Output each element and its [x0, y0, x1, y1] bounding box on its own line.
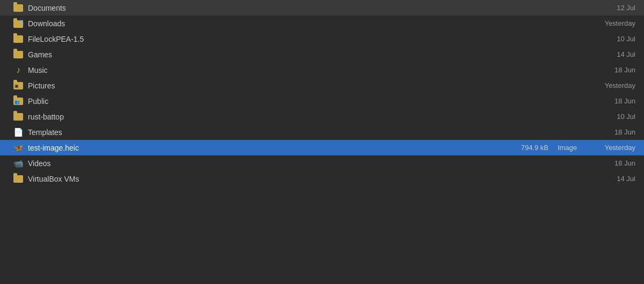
file-date: Yesterday: [586, 81, 640, 89]
file-row[interactable]: ▣ Pictures Yesterday: [0, 78, 644, 93]
file-icon: 📄: [13, 127, 24, 138]
file-date: 18 Jun: [586, 97, 640, 105]
file-date: 12 Jul: [586, 4, 640, 12]
file-icon: 🦋: [13, 143, 24, 153]
file-row[interactable]: 📹 Videos 18 Jun: [0, 155, 644, 171]
file-icon: [13, 174, 24, 184]
file-name: Pictures: [28, 81, 506, 90]
file-name: test-image.heic: [28, 144, 506, 152]
file-date: 18 Jun: [586, 128, 640, 136]
file-icon: [13, 34, 24, 44]
file-name: Games: [28, 50, 506, 59]
file-date: 18 Jun: [586, 66, 640, 74]
file-name: VirtualBox VMs: [28, 175, 506, 183]
videos-icon: 📹: [13, 159, 24, 168]
file-name: Public: [28, 97, 506, 106]
file-date: 14 Jul: [586, 50, 640, 58]
file-icon: [13, 3, 24, 13]
file-list: Documents 12 Jul ⬇ Downloads Yesterday F…: [0, 0, 644, 284]
file-date: Yesterday: [586, 19, 640, 27]
file-icon: [13, 49, 24, 60]
file-date: 10 Jul: [586, 113, 640, 121]
file-name: Documents: [28, 4, 506, 12]
file-name: Music: [28, 66, 506, 74]
file-icon: 👥: [13, 96, 24, 107]
folder-icon: [13, 4, 23, 12]
file-icon: ♪: [13, 65, 24, 76]
public-icon: 👥: [13, 98, 23, 105]
image-file-icon: 🦋: [13, 143, 24, 153]
file-date: Yesterday: [586, 144, 640, 152]
music-icon: ♪: [16, 65, 20, 75]
file-row[interactable]: ⬇ Downloads Yesterday: [0, 16, 644, 31]
file-row[interactable]: Games 14 Jul: [0, 47, 644, 62]
file-row[interactable]: 🦋 test-image.heic 794.9 kB Image Yesterd…: [0, 140, 644, 155]
file-name: Downloads: [28, 19, 506, 28]
file-icon: ⬇: [13, 18, 24, 29]
file-size: 794.9 kB: [506, 144, 548, 152]
file-icon: [13, 111, 24, 122]
file-row[interactable]: ♪ Music 18 Jun: [0, 62, 644, 78]
download-folder-icon: ⬇: [13, 19, 23, 28]
file-name: FileLockPEA-1.5: [28, 35, 506, 43]
pictures-icon: ▣: [13, 82, 23, 89]
file-name: rust-battop: [28, 113, 506, 121]
file-row[interactable]: 👥 Public 18 Jun: [0, 93, 644, 109]
file-row[interactable]: FileLockPEA-1.5 10 Jul: [0, 31, 644, 47]
file-date: 10 Jul: [586, 35, 640, 43]
file-row[interactable]: Documents 12 Jul: [0, 0, 644, 16]
file-icon: 📹: [13, 158, 24, 169]
folder-icon: [13, 35, 23, 43]
file-icon: ▣: [13, 80, 24, 91]
file-name: Templates: [28, 128, 506, 137]
file-row[interactable]: VirtualBox VMs 14 Jul: [0, 171, 644, 186]
file-row[interactable]: rust-battop 10 Jul: [0, 109, 644, 124]
file-date: 14 Jul: [586, 175, 640, 183]
file-type: Image: [548, 144, 586, 152]
templates-icon: 📄: [13, 128, 24, 137]
folder-icon: [13, 51, 23, 58]
file-date: 18 Jun: [586, 159, 640, 167]
folder-icon: [13, 175, 23, 183]
file-name: Videos: [28, 159, 506, 168]
folder-icon: [13, 113, 23, 121]
file-row[interactable]: 📄 Templates 18 Jun: [0, 124, 644, 140]
